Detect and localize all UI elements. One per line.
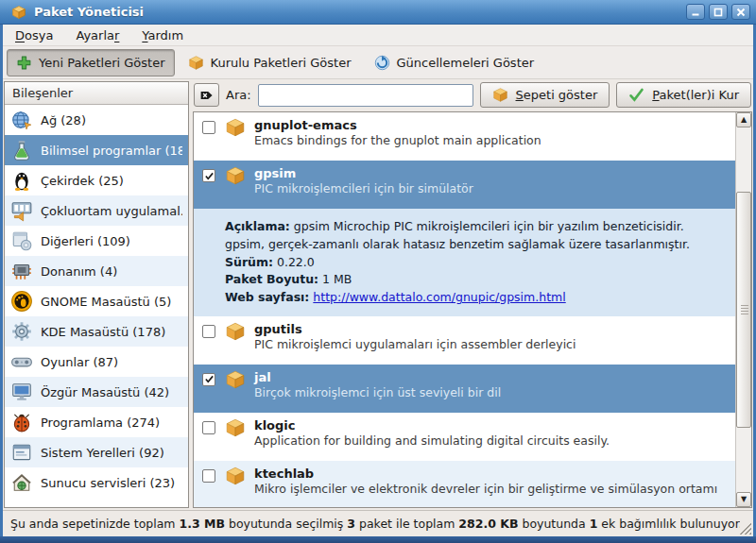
- sidebar-item-label: Sistem Yerelleri (92): [41, 446, 164, 460]
- statusbar: Şu anda sepetinizde toplam 1.3 MB boyutu…: [3, 510, 753, 536]
- toolbar: Yeni Paketleri GösterKurulu Paketleri Gö…: [3, 46, 753, 79]
- scroll-up-button[interactable]: ▲: [736, 112, 751, 127]
- science-flask-icon: [10, 139, 33, 161]
- button-label: Sepeti göster: [516, 88, 598, 102]
- package-name: jal: [254, 370, 501, 385]
- minimize-button[interactable]: [686, 4, 705, 20]
- clear-search-button[interactable]: [194, 83, 219, 107]
- toolbar-button-label: Kurulu Paketleri Göster: [211, 56, 352, 70]
- sidebar-item-label: Ağ (28): [41, 113, 86, 127]
- sidebar-item-özgür-masaüstü-(42)[interactable]: Özgür Masaüstü (42): [5, 377, 188, 407]
- kernel-penguin-icon: [10, 169, 33, 192]
- scrollbar-thumb[interactable]: [736, 192, 751, 428]
- clear-search-icon: [199, 88, 215, 103]
- package-checkbox[interactable]: [202, 169, 215, 182]
- sidebar-item-label: Sunucu servisleri (23): [41, 476, 175, 490]
- window-bottom-edge: [0, 536, 756, 543]
- titlebar: Paket Yöneticisi: [0, 0, 756, 25]
- sidebar-item-label: Programlama (274): [41, 416, 160, 430]
- package-checkbox[interactable]: [202, 469, 215, 483]
- toolbar-button-yeni-paketleri-göster[interactable]: Yeni Paketleri Göster: [7, 49, 175, 76]
- package-description: PIC mikroişlemci uygulamaları için assem…: [254, 337, 576, 352]
- paket(ler)i-kur-button[interactable]: Paket(ler)i Kur: [616, 82, 751, 108]
- package-text: ktechlab Mikro işlemciler ve elektronik …: [254, 467, 717, 498]
- search-label: Ara:: [226, 88, 251, 102]
- sidebar-item-label: Bilimsel programlar (18): [41, 144, 182, 158]
- sidebar-items: Ağ (28)Bilimsel programlar (18)Çekirdek …: [5, 105, 188, 507]
- resize-grip[interactable]: [740, 523, 751, 535]
- network-globe-icon: [10, 109, 33, 131]
- close-icon: [736, 8, 746, 17]
- toolbar-button-güncellemeleri-göster[interactable]: Güncellemeleri Göster: [365, 49, 544, 76]
- vertical-scrollbar[interactable]: ▲ ▼: [735, 112, 751, 507]
- sidebar-item-oyunlar-(87)[interactable]: Oyunlar (87): [5, 347, 188, 377]
- sidebar-item-label: Özgür Masaüstü (42): [41, 385, 169, 399]
- detail-line-web-sayfası: Web sayfası: http://www.dattalo.com/gnup…: [225, 289, 722, 307]
- scroll-down-button[interactable]: ▼: [736, 492, 751, 507]
- package-icon: [225, 321, 246, 342]
- package-name: ktechlab: [254, 467, 717, 482]
- package-checkbox[interactable]: [202, 421, 215, 434]
- package-row-klogic[interactable]: klogic Application for building and simu…: [194, 413, 735, 461]
- package-checkbox[interactable]: [202, 373, 215, 386]
- package-detail-gpsim: Açıklama: gpsim Microchip PIC mikroişlem…: [194, 209, 735, 316]
- gnome-foot-icon: [10, 290, 33, 313]
- minimize-icon: [691, 8, 700, 17]
- sidebar-item-sistem-yerelleri-(92)[interactable]: Sistem Yerelleri (92): [5, 437, 188, 467]
- maximize-button[interactable]: [709, 4, 728, 20]
- package-checkbox[interactable]: [202, 121, 215, 134]
- close-button[interactable]: [731, 4, 750, 20]
- menu-yardım[interactable]: Yardım: [133, 26, 192, 44]
- package-homepage-link[interactable]: http://www.dattalo.com/gnupic/gpsim.html: [313, 290, 565, 304]
- sidebar-item-donanım-(4)[interactable]: Donanım (4): [5, 256, 188, 286]
- menu-ayarlar[interactable]: Ayarlar: [67, 26, 128, 44]
- package-icon: [225, 369, 246, 390]
- sidebar-item-label: GNOME Masaüstü (5): [41, 295, 171, 309]
- menubar: DosyaAyarlarYardım: [3, 25, 753, 46]
- package-manager-window: Paket Yöneticisi DosyaAyarlarYardım Yeni…: [0, 0, 756, 543]
- package-icon: [188, 55, 204, 71]
- search-bar: Ara: Sepeti gösterPaket(ler)i Kur: [193, 81, 752, 111]
- multimedia-icon: [10, 199, 33, 222]
- kde-gear-icon: [10, 320, 33, 343]
- sepeti-göster-button[interactable]: Sepeti göster: [480, 82, 610, 108]
- toolbar-button-kurulu-paketleri-göster[interactable]: Kurulu Paketleri Göster: [179, 49, 361, 76]
- sidebar-item-çekirdek-(25)[interactable]: Çekirdek (25): [5, 165, 188, 195]
- package-app-icon: [11, 5, 26, 20]
- package-row-gnuplot-emacs[interactable]: gnuplot-emacs Emacs bindings for the gnu…: [194, 112, 735, 161]
- package-row-gpsim[interactable]: gpsim PIC mikroişlemcileri için bir simü…: [194, 161, 735, 209]
- hardware-chip-icon: [10, 260, 33, 282]
- sidebar-item-diğerleri-(109)[interactable]: Diğerleri (109): [5, 226, 188, 256]
- search-input[interactable]: [258, 84, 473, 107]
- components-sidebar: Bileşenler Ağ (28)Bilimsel programlar (1…: [4, 81, 189, 508]
- detail-line-sürüm: Sürüm: 0.22.0: [225, 254, 722, 272]
- server-house-icon: [10, 471, 33, 494]
- maximize-icon: [713, 8, 723, 17]
- toolbar-button-label: Güncellemeleri Göster: [397, 56, 535, 70]
- search-actions: Sepeti gösterPaket(ler)i Kur: [480, 82, 751, 108]
- scrollbar-grip: [741, 305, 748, 314]
- sidebar-item-çokluortam-uygulamal[interactable]: Çokluortam uygulamal...: [5, 195, 188, 226]
- package-rows: gnuplot-emacs Emacs bindings for the gnu…: [194, 112, 735, 507]
- sidebar-item-gnome-masaüstü-(5)[interactable]: GNOME Masaüstü (5): [5, 286, 188, 316]
- sidebar-item-label: Donanım (4): [41, 264, 117, 279]
- package-text: jal Birçok mikroişlemci için üst seviyel…: [254, 370, 501, 401]
- sidebar-item-bilimsel-programlar-(18)[interactable]: Bilimsel programlar (18): [5, 135, 188, 165]
- package-list: gnuplot-emacs Emacs bindings for the gnu…: [193, 111, 752, 508]
- sidebar-item-programlama-(274)[interactable]: Programlama (274): [5, 407, 188, 437]
- sidebar-item-label: Çekirdek (25): [41, 174, 124, 188]
- package-row-ktechlab[interactable]: ktechlab Mikro işlemciler ve elektronik …: [194, 461, 735, 507]
- package-checkbox[interactable]: [202, 325, 215, 338]
- refresh-icon: [374, 55, 390, 71]
- package-row-gputils[interactable]: gputils PIC mikroişlemci uygulamaları iç…: [194, 316, 735, 365]
- menu-dosya[interactable]: Dosya: [7, 26, 61, 44]
- package-row-jal[interactable]: jal Birçok mikroişlemci için üst seviyel…: [194, 365, 735, 413]
- button-label: Paket(ler)i Kur: [652, 88, 739, 102]
- add-icon: [16, 55, 32, 71]
- sidebar-item-sunucu-servisleri-(23)[interactable]: Sunucu servisleri (23): [5, 467, 188, 498]
- package-text: gnuplot-emacs Emacs bindings for the gnu…: [254, 118, 541, 149]
- check-icon: [628, 87, 644, 103]
- sidebar-item-kde-masaüstü-(178)[interactable]: KDE Masaüstü (178): [5, 316, 188, 347]
- sidebar-item-ağ-(28)[interactable]: Ağ (28): [5, 105, 188, 135]
- main-area: Bileşenler Ağ (28)Bilimsel programlar (1…: [3, 79, 753, 510]
